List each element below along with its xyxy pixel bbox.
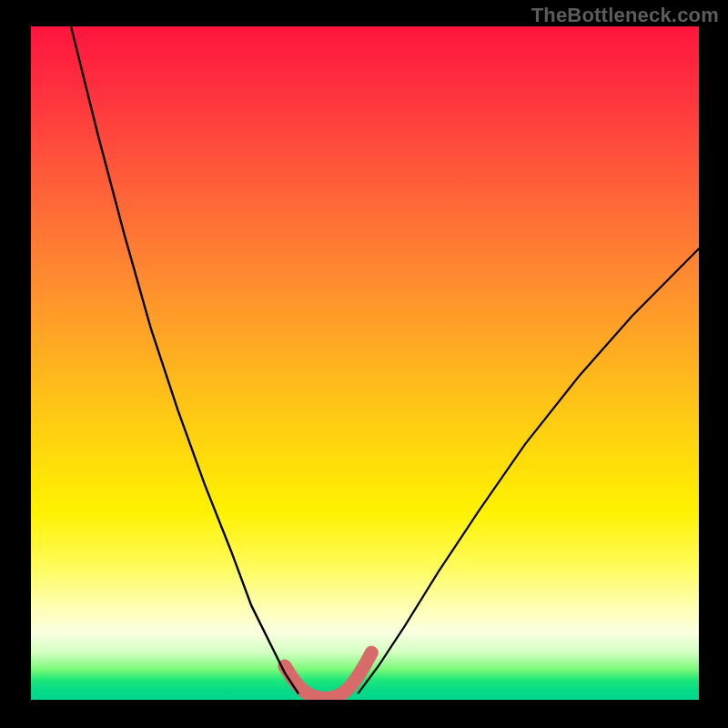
- right-curve-line: [359, 248, 699, 693]
- chart-frame: TheBottleneck.com: [0, 0, 728, 728]
- watermark-text: TheBottleneck.com: [531, 4, 719, 27]
- curves-layer: [31, 26, 699, 700]
- left-curve-line: [71, 26, 298, 693]
- plot-area: [31, 26, 699, 700]
